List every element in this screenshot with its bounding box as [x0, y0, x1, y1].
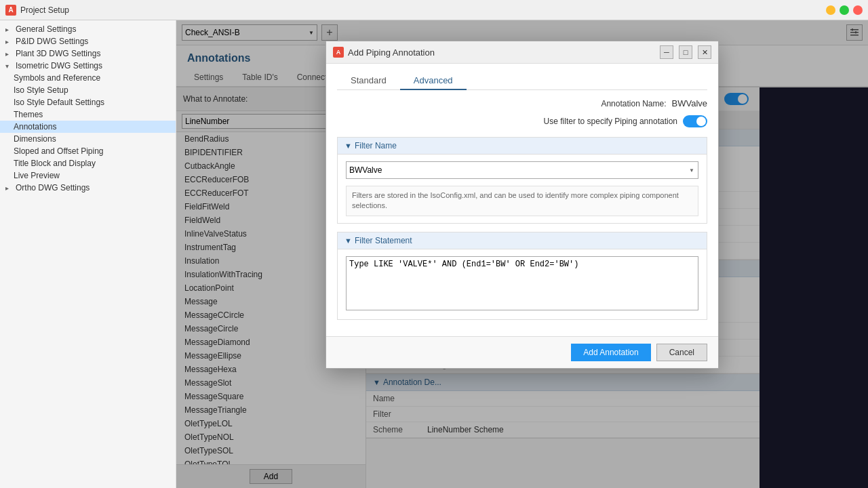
filter-toggle-row: Use filter to specify Piping annotation: [337, 115, 707, 127]
tree-toggle: ▸: [5, 50, 14, 58]
sidebar-item-live-preview[interactable]: Live Preview: [0, 169, 176, 182]
filter-name-section-header[interactable]: ▼ Filter Name: [338, 138, 707, 155]
sidebar-label: General Settings: [16, 24, 76, 34]
annotation-name-value: BWValve: [672, 98, 708, 108]
sidebar-label: Annotations: [14, 122, 56, 131]
sidebar-item-isometric-dwg-settings[interactable]: ▾ Isometric DWG Settings: [0, 60, 176, 72]
filter-name-section-title: Filter Name: [355, 141, 397, 150]
filter-info-text: Filters are stored in the IsoConfig.xml,…: [346, 186, 698, 216]
filter-name-section: ▼ Filter Name BWValve Gate Valve Ball Va…: [337, 137, 707, 224]
modal-overlay: A Add Piping Annotation ─ □ ✕ Standard A…: [176, 20, 868, 488]
modal-minimize-button[interactable]: ─: [660, 45, 673, 59]
sidebar-label: Isometric DWG Settings: [16, 61, 102, 70]
tree-toggle: ▸: [5, 184, 14, 192]
sidebar-item-sloped-and-offset-piping[interactable]: Sloped and Offset Piping: [0, 145, 176, 157]
sidebar-item-ortho-dwg-settings[interactable]: ▸ Ortho DWG Settings: [0, 182, 176, 194]
sidebar-item-themes[interactable]: Themes: [0, 108, 176, 121]
filter-name-dropdown-wrap: BWValve Gate Valve Ball Valve: [346, 161, 698, 179]
sidebar-item-symbols-and-reference[interactable]: Symbols and Reference: [0, 72, 176, 84]
sidebar-label: Iso Style Setup: [14, 85, 68, 95]
filter-statement-expand-icon: ▼: [344, 237, 352, 245]
add-annotation-button[interactable]: Add Annotation: [571, 344, 650, 361]
filter-name-section-body: BWValve Gate Valve Ball Valve Filters ar…: [338, 155, 707, 223]
sidebar-label: Title Block and Display: [14, 159, 96, 168]
modal-close-button[interactable]: ✕: [698, 45, 711, 59]
maximize-button[interactable]: [840, 5, 849, 15]
title-bar: A Project Setup: [0, 0, 868, 20]
sidebar-item-dimensions[interactable]: Dimensions: [0, 133, 176, 145]
app-container: ▸ General Settings ▸ P&ID DWG Settings ▸…: [0, 20, 868, 488]
filter-statement-section-body: Type LIKE 'VALVE*' AND (End1='BW' OR End…: [338, 249, 707, 319]
sidebar-label: Ortho DWG Settings: [16, 183, 90, 192]
modal-title-text: Add Piping Annotation: [348, 47, 654, 58]
filter-statement-section: ▼ Filter Statement Type LIKE 'VALVE*' AN…: [337, 232, 707, 320]
app-icon: A: [5, 5, 16, 16]
filter-name-expand-icon: ▼: [344, 142, 352, 150]
title-bar-text: Project Setup: [20, 5, 822, 15]
filter-name-dropdown[interactable]: BWValve Gate Valve Ball Valve: [346, 161, 698, 179]
sidebar-label: Plant 3D DWG Settings: [16, 49, 100, 58]
modal-maximize-button[interactable]: □: [679, 45, 692, 59]
tree-toggle: ▸: [5, 38, 14, 45]
sidebar: ▸ General Settings ▸ P&ID DWG Settings ▸…: [0, 20, 176, 488]
filter-toggle-switch[interactable]: [683, 115, 707, 127]
filter-statement-textarea[interactable]: Type LIKE 'VALVE*' AND (End1='BW' OR End…: [346, 256, 698, 310]
tree-toggle: ▸: [5, 26, 14, 33]
sidebar-label: P&ID DWG Settings: [16, 37, 88, 46]
sidebar-label: Live Preview: [14, 171, 60, 180]
main-content: Check_ANSI-B Default ANSI-B + Annotation…: [176, 20, 868, 488]
modal-tab-advanced[interactable]: Advanced: [400, 72, 467, 90]
sidebar-item-pid-dwg-settings[interactable]: ▸ P&ID DWG Settings: [0, 35, 176, 47]
modal-body: Standard Advanced Annotation Name: BWVal…: [326, 64, 718, 336]
filter-statement-section-title: Filter Statement: [355, 236, 412, 245]
modal-footer: Add Annotation Cancel: [326, 336, 718, 368]
close-button[interactable]: [853, 5, 863, 15]
sidebar-item-general-settings[interactable]: ▸ General Settings: [0, 23, 176, 35]
filter-toggle-label: Use filter to specify Piping annotation: [544, 117, 677, 126]
minimize-button[interactable]: [826, 5, 835, 15]
sidebar-label: Dimensions: [14, 134, 56, 144]
cancel-button[interactable]: Cancel: [656, 344, 707, 361]
sidebar-label: Sloped and Offset Piping: [14, 146, 104, 156]
sidebar-item-iso-style-setup[interactable]: Iso Style Setup: [0, 84, 176, 96]
sidebar-label: Themes: [14, 110, 43, 119]
sidebar-label: Symbols and Reference: [14, 73, 100, 83]
filter-statement-section-header[interactable]: ▼ Filter Statement: [338, 232, 707, 249]
sidebar-item-annotations[interactable]: Annotations: [0, 121, 176, 133]
sidebar-item-iso-style-default-settings[interactable]: Iso Style Default Settings: [0, 96, 176, 108]
annotation-name-row: Annotation Name: BWValve: [337, 98, 707, 108]
modal-tabs: Standard Advanced: [337, 72, 707, 90]
tree-toggle: ▾: [5, 62, 14, 70]
annotation-name-label: Annotation Name:: [601, 99, 666, 108]
modal-dialog: A Add Piping Annotation ─ □ ✕ Standard A…: [326, 41, 719, 369]
sidebar-item-plant-3d-dwg-settings[interactable]: ▸ Plant 3D DWG Settings: [0, 47, 176, 60]
sidebar-item-title-block-and-display[interactable]: Title Block and Display: [0, 157, 176, 169]
modal-tab-standard[interactable]: Standard: [337, 72, 400, 90]
modal-titlebar: A Add Piping Annotation ─ □ ✕: [326, 41, 718, 64]
sidebar-label: Iso Style Default Settings: [14, 98, 104, 107]
modal-app-icon: A: [333, 47, 344, 58]
